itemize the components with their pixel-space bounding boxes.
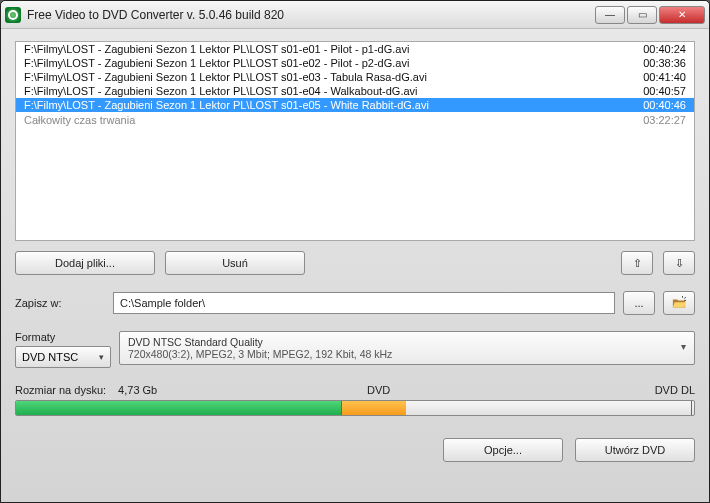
disk-fill-green (16, 401, 341, 415)
file-row[interactable]: F:\Filmy\LOST - Zagubieni Sezon 1 Lektor… (16, 42, 694, 56)
total-label: Całkowity czas trwania (24, 114, 135, 126)
file-duration: 00:40:24 (633, 43, 686, 55)
file-path: F:\Filmy\LOST - Zagubieni Sezon 1 Lektor… (24, 99, 429, 111)
disk-size-row: Rozmiar na dysku: 4,73 Gb DVD DVD DL (15, 384, 695, 396)
format-label: Formaty (15, 331, 111, 343)
file-duration: 00:40:46 (633, 99, 686, 111)
disk-label: Rozmiar na dysku: (15, 384, 106, 396)
file-duration: 00:41:40 (633, 71, 686, 83)
file-list[interactable]: F:\Filmy\LOST - Zagubieni Sezon 1 Lektor… (15, 41, 695, 241)
open-folder-icon (672, 296, 686, 310)
dvddl-tick (691, 401, 692, 415)
dvddl-mark: DVD DL (655, 384, 695, 396)
quality-detail: 720x480(3:2), MPEG2, 3 Mbit; MPEG2, 192 … (128, 348, 686, 360)
file-row[interactable]: F:\Filmy\LOST - Zagubieni Sezon 1 Lektor… (16, 98, 694, 112)
quality-title: DVD NTSC Standard Quality (128, 336, 686, 348)
add-files-button[interactable]: Dodaj pliki... (15, 251, 155, 275)
open-folder-button[interactable] (663, 291, 695, 315)
remove-button[interactable]: Usuń (165, 251, 305, 275)
app-window: Free Video to DVD Converter v. 5.0.46 bu… (0, 0, 710, 503)
create-dvd-button[interactable]: Utwórz DVD (575, 438, 695, 462)
options-button[interactable]: Opcje... (443, 438, 563, 462)
arrow-down-icon: ⇩ (675, 257, 684, 270)
file-duration: 00:40:57 (633, 85, 686, 97)
disk-size: 4,73 Gb (118, 384, 157, 396)
dvd-mark: DVD (367, 384, 390, 396)
app-icon (5, 7, 21, 23)
content-area: F:\Filmy\LOST - Zagubieni Sezon 1 Lektor… (1, 29, 709, 472)
file-duration: 00:38:36 (633, 57, 686, 69)
maximize-button[interactable]: ▭ (627, 6, 657, 24)
total-value: 03:22:27 (643, 114, 686, 126)
browse-button[interactable]: ... (623, 291, 655, 315)
move-down-button[interactable]: ⇩ (663, 251, 695, 275)
file-row[interactable]: F:\Filmy\LOST - Zagubieni Sezon 1 Lektor… (16, 70, 694, 84)
file-path: F:\Filmy\LOST - Zagubieni Sezon 1 Lektor… (24, 71, 427, 83)
total-row: Całkowity czas trwania 03:22:27 (16, 112, 694, 128)
dvd-tick (341, 401, 342, 415)
file-path: F:\Filmy\LOST - Zagubieni Sezon 1 Lektor… (24, 85, 418, 97)
quality-select[interactable]: DVD NTSC Standard Quality 720x480(3:2), … (119, 331, 695, 365)
save-path-input[interactable] (113, 292, 615, 314)
window-title: Free Video to DVD Converter v. 5.0.46 bu… (27, 8, 593, 22)
disk-fill-orange (341, 401, 405, 415)
arrow-up-icon: ⇧ (633, 257, 642, 270)
save-label: Zapisz w: (15, 297, 105, 309)
close-button[interactable]: ✕ (659, 6, 705, 24)
move-up-button[interactable]: ⇧ (621, 251, 653, 275)
format-select[interactable]: DVD NTSC (15, 346, 111, 368)
titlebar[interactable]: Free Video to DVD Converter v. 5.0.46 bu… (1, 1, 709, 29)
file-row[interactable]: F:\Filmy\LOST - Zagubieni Sezon 1 Lektor… (16, 56, 694, 70)
file-row[interactable]: F:\Filmy\LOST - Zagubieni Sezon 1 Lektor… (16, 84, 694, 98)
minimize-button[interactable]: — (595, 6, 625, 24)
file-path: F:\Filmy\LOST - Zagubieni Sezon 1 Lektor… (24, 43, 409, 55)
disk-usage-bar (15, 400, 695, 416)
file-path: F:\Filmy\LOST - Zagubieni Sezon 1 Lektor… (24, 57, 409, 69)
